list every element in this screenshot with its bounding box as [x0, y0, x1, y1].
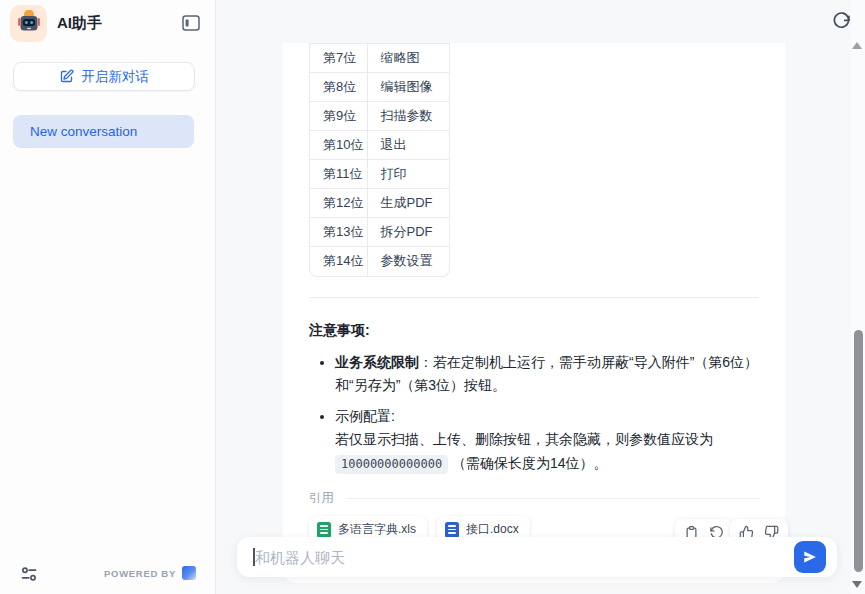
- message-table: 第7位缩略图 第8位编辑图像 第9位扫描参数 第10位退出 第11位打印 第12…: [309, 43, 450, 277]
- table-row: 第10位退出: [310, 131, 449, 160]
- new-chat-button[interactable]: 开启新对话: [13, 62, 195, 91]
- table-cell-pos: 第13位: [310, 218, 367, 247]
- sidebar-item-conversation[interactable]: New conversation: [13, 115, 194, 148]
- table-cell-name: 生成PDF: [367, 189, 449, 218]
- notes-title: 注意事项:: [309, 322, 759, 340]
- table-row: 第7位缩略图: [310, 44, 449, 73]
- send-icon: [802, 549, 818, 565]
- table-cell-name: 缩略图: [367, 44, 449, 73]
- powered-by: POWERED BY: [104, 566, 196, 580]
- scrollbar-up-arrow[interactable]: [852, 42, 862, 49]
- reference-file-name: 接口.docx: [466, 521, 519, 538]
- note-bold: 业务系统限制: [335, 354, 419, 370]
- references-header: 引用: [309, 490, 759, 507]
- table-row: 第9位扫描参数: [310, 102, 449, 131]
- table-row: 第8位编辑图像: [310, 73, 449, 102]
- table-row: 第13位拆分PDF: [310, 218, 449, 247]
- note-item-business-limit: 业务系统限制：若在定制机上运行，需手动屏蔽“导入附件”（第6位）和“另存为”（第…: [335, 351, 759, 398]
- table-cell-name: 退出: [367, 131, 449, 160]
- powered-by-label: POWERED BY: [104, 568, 176, 579]
- compose-icon: [59, 69, 74, 84]
- table-cell-name: 打印: [367, 160, 449, 189]
- assistant-message: 第7位缩略图 第8位编辑图像 第9位扫描参数 第10位退出 第11位打印 第12…: [283, 43, 785, 583]
- table-row: 第12位生成PDF: [310, 189, 449, 218]
- robot-avatar: [10, 5, 47, 42]
- reference-file-name: 多语言字典.xls: [338, 521, 416, 538]
- new-chat-label: 开启新对话: [81, 68, 149, 86]
- table-cell-pos: 第14位: [310, 247, 367, 276]
- send-button[interactable]: [794, 541, 826, 573]
- table-cell-pos: 第9位: [310, 102, 367, 131]
- note-item-example-config: 示例配置: 若仅显示扫描、上传、删除按钮，其余隐藏，则参数值应设为 100000…: [335, 405, 759, 477]
- inline-code: 10000000000000: [335, 455, 448, 474]
- references-label: 引用: [309, 490, 334, 507]
- references-divider: [346, 498, 759, 499]
- table-row: 第11位打印: [310, 160, 449, 189]
- ai-assistant-app: AI助手 开启新对话 New conversation: [0, 0, 865, 594]
- note-line: 若仅显示扫描、上传、删除按钮，其余隐藏，则参数值应设为: [335, 428, 759, 452]
- notes-list: 业务系统限制：若在定制机上运行，需手动屏蔽“导入附件”（第6位）和“另存为”（第…: [319, 351, 759, 477]
- divider: [309, 297, 759, 298]
- sidebar-header: AI助手: [0, 0, 215, 46]
- table-cell-pos: 第12位: [310, 189, 367, 218]
- table-cell-pos: 第11位: [310, 160, 367, 189]
- note-suffix: （需确保长度为14位）。: [452, 455, 608, 471]
- conversation-label: New conversation: [30, 124, 137, 139]
- excel-file-icon: [317, 522, 331, 538]
- scrollbar-down-arrow[interactable]: [852, 581, 862, 588]
- collapse-sidebar-icon[interactable]: [181, 13, 201, 33]
- table-cell-name: 参数设置: [367, 247, 449, 276]
- robot-icon: [16, 10, 42, 36]
- table-cell-pos: 第8位: [310, 73, 367, 102]
- table-cell-name: 拆分PDF: [367, 218, 449, 247]
- note-line-code: 10000000000000 （需确保长度为14位）。: [335, 452, 759, 477]
- table-cell-pos: 第10位: [310, 131, 367, 160]
- brand-logo: [182, 566, 196, 580]
- sidebar: AI助手 开启新对话 New conversation: [0, 0, 216, 594]
- chat-input[interactable]: [255, 537, 795, 577]
- app-title: AI助手: [57, 14, 181, 33]
- table-cell-name: 扫描参数: [367, 102, 449, 131]
- word-file-icon: [445, 522, 459, 538]
- table-cell-name: 编辑图像: [367, 73, 449, 102]
- table-cell-pos: 第7位: [310, 44, 367, 73]
- settings-sliders-icon[interactable]: [19, 564, 39, 584]
- table-row: 第14位参数设置: [310, 247, 449, 276]
- note-line: 示例配置:: [335, 405, 759, 429]
- composer: [237, 537, 837, 577]
- refresh-icon[interactable]: [831, 10, 853, 32]
- scrollbar-thumb[interactable]: [854, 330, 863, 572]
